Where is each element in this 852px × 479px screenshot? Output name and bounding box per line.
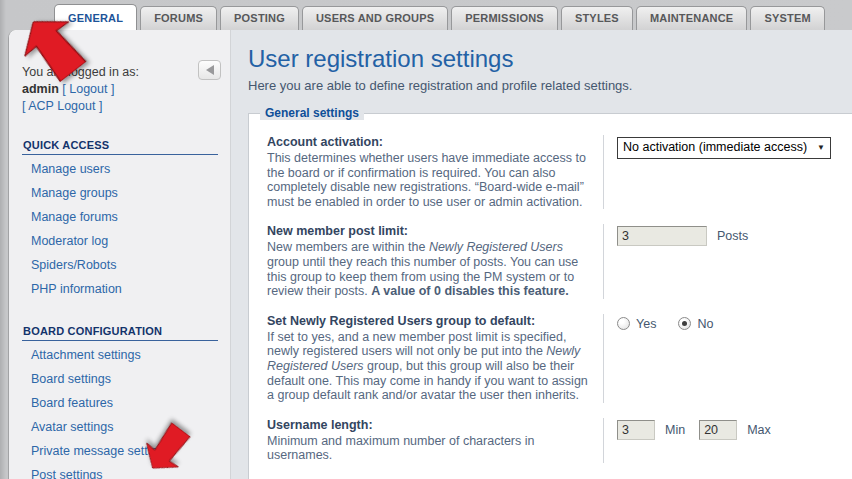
- chevron-down-icon: ▼: [817, 140, 825, 155]
- radio-no[interactable]: [678, 317, 691, 330]
- quick-access-section: QUICK ACCESS Manage users Manage groups …: [22, 139, 218, 301]
- min-suffix: Min: [665, 423, 685, 437]
- sidebar-item-avatar-settings[interactable]: Avatar settings: [22, 415, 218, 439]
- setting-row-username-length: Username length: Minimum and maximum num…: [267, 411, 834, 471]
- setting-label: New member post limit:: [267, 224, 591, 239]
- sidebar-item-post-settings[interactable]: Post settings: [22, 463, 218, 479]
- tab-system[interactable]: SYSTEM: [750, 6, 824, 30]
- logged-in-text: You are logged in as:: [22, 64, 218, 81]
- acp-logout-line: [ ACP Logout ]: [22, 98, 218, 115]
- setting-label: Set Newly Registered Users group to defa…: [267, 314, 591, 329]
- radio-no-label: No: [697, 317, 713, 331]
- fieldset-legend: General settings: [260, 106, 364, 120]
- setting-description: New members are within the Newly Registe…: [267, 240, 591, 298]
- sidebar-item-php-information[interactable]: PHP information: [22, 277, 218, 301]
- sidebar-item-manage-forums[interactable]: Manage forums: [22, 205, 218, 229]
- setting-row-newly-registered-default: Set Newly Registered Users group to defa…: [267, 307, 834, 411]
- sidebar-collapse-button[interactable]: [198, 60, 221, 80]
- logged-in-user-line: admin [ Logout ]: [22, 81, 218, 98]
- page-subtitle: Here you are able to define registration…: [248, 78, 852, 93]
- sidebar-item-manage-groups[interactable]: Manage groups: [22, 181, 218, 205]
- username-max-input[interactable]: [699, 420, 737, 440]
- setting-label: Account activation:: [267, 135, 591, 150]
- setting-row-account-activation: Account activation: This determines whet…: [267, 128, 834, 217]
- tab-general[interactable]: GENERAL: [54, 4, 137, 30]
- select-value: No activation (immediate access): [623, 140, 807, 155]
- sidebar-item-attachment-settings[interactable]: Attachment settings: [22, 343, 218, 367]
- setting-description: Minimum and maximum number of characters…: [267, 434, 591, 463]
- radio-yes[interactable]: [617, 317, 630, 330]
- username-min-input[interactable]: [617, 420, 655, 440]
- acp-logout-link[interactable]: [ ACP Logout ]: [22, 99, 102, 113]
- quick-access-title: QUICK ACCESS: [22, 139, 218, 155]
- sidebar-item-moderator-log[interactable]: Moderator log: [22, 229, 218, 253]
- board-configuration-section: BOARD CONFIGURATION Attachment settings …: [22, 325, 218, 479]
- tab-posting[interactable]: POSTING: [220, 6, 299, 30]
- logout-link[interactable]: [ Logout ]: [62, 82, 114, 96]
- radio-yes-label: Yes: [636, 317, 656, 331]
- max-suffix: Max: [747, 423, 771, 437]
- tab-styles[interactable]: STYLES: [561, 6, 633, 30]
- sidebar-item-board-settings[interactable]: Board settings: [22, 367, 218, 391]
- setting-row-new-member-post-limit: New member post limit: New members are w…: [267, 217, 834, 306]
- sidebar: You are logged in as: admin [ Logout ] […: [9, 30, 231, 479]
- tab-permissions[interactable]: PERMISSIONS: [451, 6, 558, 30]
- username: admin: [22, 82, 59, 96]
- sidebar-item-private-message-settings[interactable]: Private message settings: [22, 439, 218, 463]
- acp-panel: You are logged in as: admin [ Logout ] […: [8, 30, 852, 479]
- sidebar-item-board-features[interactable]: Board features: [22, 391, 218, 415]
- left-triangle-icon: [206, 65, 214, 75]
- setting-description: This determines whether users have immed…: [267, 151, 591, 209]
- setting-description: If set to yes, and a new member post lim…: [267, 330, 591, 403]
- tab-bar: GENERAL FORUMS POSTING USERS AND GROUPS …: [0, 0, 852, 30]
- setting-label: Username length:: [267, 418, 591, 433]
- tab-users-and-groups[interactable]: USERS AND GROUPS: [302, 6, 448, 30]
- post-limit-input[interactable]: [617, 226, 707, 246]
- account-activation-select[interactable]: No activation (immediate access) ▼: [617, 137, 831, 159]
- sidebar-item-manage-users[interactable]: Manage users: [22, 157, 218, 181]
- general-settings-fieldset: General settings Account activation: Thi…: [248, 113, 852, 479]
- board-configuration-title: BOARD CONFIGURATION: [22, 325, 218, 341]
- main-content: User registration settings Here you are …: [231, 30, 852, 479]
- tab-forums[interactable]: FORUMS: [140, 6, 217, 30]
- sidebar-item-spiders-robots[interactable]: Spiders/Robots: [22, 253, 218, 277]
- tab-maintenance[interactable]: MAINTENANCE: [636, 6, 747, 30]
- page-title: User registration settings: [248, 45, 852, 73]
- post-limit-suffix: Posts: [717, 229, 748, 243]
